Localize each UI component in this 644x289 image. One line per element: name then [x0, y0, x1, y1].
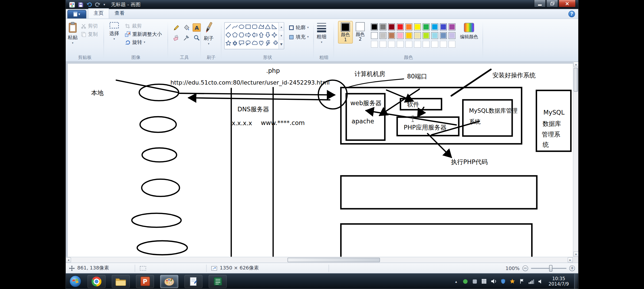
select-button[interactable]: 选择 ▾ [108, 21, 120, 41]
palette-swatch[interactable] [371, 41, 378, 48]
fill-tool-button[interactable] [182, 22, 191, 32]
palette-swatch[interactable] [448, 24, 455, 31]
palette-swatch[interactable] [379, 41, 386, 48]
redo-button[interactable] [94, 1, 101, 8]
start-button[interactable] [69, 275, 82, 288]
palette-swatch[interactable] [397, 32, 404, 39]
zoom-in-button[interactable]: + [569, 265, 575, 271]
horizontal-scroll-thumb[interactable] [288, 258, 380, 262]
palette-swatch[interactable] [440, 41, 447, 48]
palette-swatch[interactable] [431, 32, 438, 39]
zoom-out-button[interactable]: − [522, 265, 528, 271]
taskbar-paint-button[interactable] [160, 275, 178, 288]
paint-app-icon[interactable] [68, 1, 75, 8]
brushes-button[interactable]: 刷子 ▾ [202, 21, 215, 46]
flag-icon[interactable] [519, 278, 525, 285]
vertical-scroll-thumb[interactable] [574, 68, 578, 92]
close-button[interactable]: × [559, 0, 576, 7]
edit-colors-icon [464, 22, 474, 32]
taskbar-journal-button[interactable] [185, 275, 203, 288]
shapes-gallery[interactable]: ▴ ▾ ▼ [224, 22, 284, 49]
palette-swatch[interactable] [405, 24, 412, 31]
copy-button[interactable]: 复制 [80, 30, 99, 38]
palette-swatch[interactable] [423, 41, 430, 48]
taskbar-chrome-button[interactable] [87, 275, 106, 288]
palette-swatch[interactable] [388, 32, 395, 39]
application-menu-button[interactable]: ▾ [67, 10, 86, 18]
palette-swatch[interactable] [431, 41, 438, 48]
palette-swatch[interactable] [431, 24, 438, 31]
palette-swatch[interactable] [388, 41, 395, 48]
paste-button[interactable]: 粘贴 ▾ [67, 21, 79, 45]
shapes-gallery-more[interactable]: ▼ [279, 40, 284, 49]
scroll-right-arrow[interactable]: ▸ [568, 257, 573, 263]
qat-dropdown-icon[interactable]: ▾ [103, 3, 105, 6]
ribbon: 粘贴 ▾ 剪切 复制 剪贴板 选择 ▾ [66, 19, 578, 62]
cut-button[interactable]: 剪切 [80, 22, 99, 30]
pencil-tool-button[interactable] [171, 22, 181, 32]
help-button[interactable]: ? [568, 11, 575, 17]
zoom-slider[interactable] [531, 265, 566, 272]
horizontal-scrollbar[interactable]: ◂ ▸ [66, 257, 573, 263]
rotate-button[interactable]: 旋转 ▾ [124, 38, 163, 47]
resize-button[interactable]: 重新调整大小 [124, 30, 163, 38]
palette-swatch[interactable] [379, 24, 386, 31]
paint-canvas[interactable]: .php http://edu.51cto.com:80/lecturer/us… [68, 64, 573, 257]
palette-swatch[interactable] [397, 41, 404, 48]
shapes-scroll-up[interactable]: ▴ [279, 22, 284, 31]
zoom-slider-thumb[interactable] [549, 265, 552, 272]
color2-button[interactable]: 颜色 2 [353, 21, 367, 43]
magnifier-tool-button[interactable] [192, 33, 202, 43]
color-picker-tool-button[interactable] [182, 33, 191, 43]
taskbar-explorer-button[interactable] [112, 275, 130, 288]
palette-swatch[interactable] [414, 41, 421, 48]
crop-button[interactable]: 裁剪 [124, 22, 163, 30]
tray-app-icon[interactable] [471, 278, 478, 285]
eraser-tool-button[interactable] [171, 33, 181, 43]
ime-icon[interactable] [481, 278, 488, 285]
shape-outline-button[interactable]: 轮廓 ▾ [288, 24, 310, 32]
hidden-icons-button[interactable]: ▴ [453, 279, 459, 283]
edit-colors-button[interactable]: 编辑颜色 [460, 22, 478, 40]
palette-swatch[interactable] [405, 32, 412, 39]
show-desktop-button[interactable] [574, 274, 577, 289]
maximize-button[interactable] [546, 0, 558, 7]
volume-icon[interactable] [490, 278, 497, 285]
security-shield-icon[interactable] [500, 278, 506, 285]
scroll-down-arrow[interactable]: ▾ [573, 252, 578, 257]
color1-button[interactable]: 颜色 1 [338, 21, 353, 43]
minimize-button[interactable] [534, 0, 546, 7]
palette-swatch[interactable] [448, 41, 455, 48]
scroll-left-arrow[interactable]: ◂ [66, 257, 71, 263]
taskbar-notes-button[interactable] [209, 275, 227, 288]
shapes-scroll-down[interactable]: ▾ [279, 31, 284, 40]
size-button[interactable]: 粗细 ▾ [315, 21, 328, 44]
tab-home[interactable]: 主页 [88, 8, 109, 18]
star-icon[interactable] [509, 278, 516, 285]
palette-swatch[interactable] [440, 24, 447, 31]
palette-swatch[interactable] [423, 24, 430, 31]
palette-swatch[interactable] [397, 24, 404, 31]
text-tool-button[interactable]: A [192, 22, 202, 32]
palette-swatch[interactable] [448, 32, 455, 39]
palette-swatch[interactable] [379, 32, 386, 39]
palette-swatch[interactable] [388, 24, 395, 31]
palette-swatch[interactable] [414, 24, 421, 31]
taskbar-clock[interactable]: 10:35 2014/7/9 [549, 276, 569, 287]
palette-swatch[interactable] [371, 32, 378, 39]
taskbar-powerpoint-button[interactable]: P [136, 275, 154, 288]
tab-view[interactable]: 查看 [109, 9, 130, 18]
network-icon[interactable] [528, 278, 535, 285]
undo-button[interactable] [86, 1, 93, 8]
palette-swatch[interactable] [405, 41, 412, 48]
scroll-up-arrow[interactable]: ▴ [573, 62, 578, 67]
speaker-icon[interactable] [538, 278, 544, 285]
palette-swatch[interactable] [414, 32, 421, 39]
palette-swatch[interactable] [440, 32, 447, 39]
palette-swatch[interactable] [423, 32, 430, 39]
shape-fill-button[interactable]: 填充 ▾ [288, 33, 310, 41]
vertical-scrollbar[interactable]: ▴ ▾ [573, 62, 578, 257]
palette-swatch[interactable] [371, 24, 378, 31]
save-button[interactable] [77, 1, 84, 8]
messenger-icon[interactable] [462, 278, 469, 285]
